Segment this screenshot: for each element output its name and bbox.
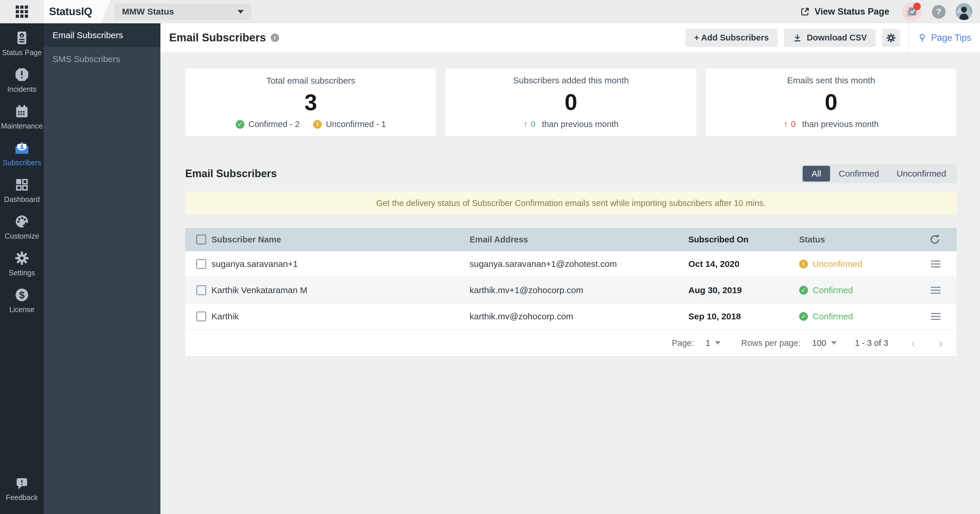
trend-delta: 0 bbox=[791, 119, 795, 129]
apps-grid-icon[interactable] bbox=[15, 5, 29, 18]
next-page-button[interactable]: › bbox=[938, 336, 943, 350]
secondary-sidebar: Email Subscribers SMS Subscribers bbox=[44, 23, 161, 514]
page-label: Page: bbox=[672, 338, 694, 348]
notifications-button[interactable] bbox=[902, 2, 921, 21]
select-all-checkbox[interactable] bbox=[196, 235, 206, 244]
trend-text: than previous month bbox=[542, 119, 619, 129]
subnav-item-label: SMS Subscribers bbox=[52, 54, 120, 64]
lightbulb-icon bbox=[918, 33, 927, 43]
subscribed-on-date: Sep 10, 2018 bbox=[688, 311, 799, 321]
sidebar-item-feedback[interactable]: Feedback bbox=[0, 476, 44, 502]
column-subscriber-name: Subscriber Name bbox=[212, 235, 469, 244]
subscriber-email: suganya.saravanan+1@zohotest.com bbox=[469, 259, 688, 269]
subnav-item-label: Email Subscribers bbox=[52, 30, 123, 40]
column-email-address: Email Address bbox=[469, 235, 688, 244]
page-select-value: 1 bbox=[706, 338, 710, 348]
unconfirmed-warning-icon bbox=[313, 120, 322, 129]
stat-value: 0 bbox=[825, 90, 837, 113]
chevron-down-icon bbox=[237, 10, 244, 14]
tab-confirmed[interactable]: Confirmed bbox=[830, 166, 888, 181]
subscribers-icon bbox=[14, 140, 29, 155]
page-tips-label: Page Tips bbox=[931, 33, 971, 43]
page-header: Email Subscribers i + Add Subscribers Do… bbox=[161, 23, 980, 52]
sidebar-item-incidents[interactable]: Incidents bbox=[0, 67, 44, 94]
subscriber-email: karthik.mv@zohocorp.com bbox=[469, 311, 688, 321]
sidebar-item-label: Feedback bbox=[6, 493, 38, 502]
feedback-bubble-icon bbox=[15, 476, 29, 490]
stats-cards: Total email subscribers 3 Confirmed - 2 … bbox=[185, 68, 957, 136]
help-button[interactable]: ? bbox=[932, 5, 946, 19]
tab-unconfirmed[interactable]: Unconfirmed bbox=[888, 166, 955, 181]
stat-value: 3 bbox=[304, 91, 317, 114]
status-page-icon bbox=[14, 30, 29, 46]
trend-indicator: ↑ 0 bbox=[783, 119, 795, 130]
refresh-icon[interactable] bbox=[929, 234, 940, 245]
sidebar-item-customize[interactable]: Customize bbox=[0, 214, 44, 240]
sidebar-item-license[interactable]: $ License bbox=[0, 287, 44, 314]
stat-value: 0 bbox=[565, 90, 577, 113]
row-actions-menu-icon[interactable] bbox=[931, 313, 940, 320]
user-avatar[interactable] bbox=[956, 3, 972, 20]
sidebar-item-maintenance[interactable]: Maintenance bbox=[0, 104, 44, 130]
sidebar-item-status-page[interactable]: Status Page bbox=[0, 30, 44, 57]
rows-per-page-select[interactable]: 100 bbox=[812, 338, 837, 348]
table-row[interactable]: Karthik Venkataraman M karthik.mv+1@zoho… bbox=[185, 278, 957, 304]
notification-badge bbox=[913, 3, 921, 10]
subnav-item-email-subscribers[interactable]: Email Subscribers bbox=[44, 23, 161, 47]
stat-title: Total email subscribers bbox=[266, 76, 355, 86]
row-actions-menu-icon[interactable] bbox=[931, 287, 940, 294]
svg-text:$: $ bbox=[19, 290, 25, 300]
stat-card-subscribers-added: Subscribers added this month 0 ↑ 0 than … bbox=[445, 68, 697, 136]
table-pagination: Page: 1 Rows per page: 100 1 - 3 of 3 ‹ … bbox=[185, 330, 957, 356]
brand-text: StatusIQ bbox=[49, 6, 92, 18]
subscriber-email: karthik.mv+1@zohocorp.com bbox=[469, 285, 688, 295]
sidebar-item-dashboard[interactable]: Dashboard bbox=[0, 177, 44, 204]
chevron-down-icon bbox=[715, 341, 721, 345]
table-row[interactable]: Karthik karthik.mv@zohocorp.com Sep 10, … bbox=[185, 304, 957, 330]
download-csv-button[interactable]: Download CSV bbox=[784, 29, 876, 47]
sidebar-item-settings[interactable]: Settings bbox=[0, 251, 44, 277]
maintenance-calendar-icon bbox=[14, 104, 29, 119]
row-checkbox[interactable] bbox=[196, 259, 206, 269]
stat-title: Subscribers added this month bbox=[513, 76, 629, 86]
row-checkbox[interactable] bbox=[196, 311, 206, 321]
customize-palette-icon bbox=[14, 214, 29, 229]
status-cell: Confirmed bbox=[799, 311, 913, 321]
page-title: Email Subscribers bbox=[169, 32, 266, 44]
status-page-selector-value: MMW Status bbox=[122, 7, 174, 17]
subscriber-settings-button[interactable] bbox=[882, 29, 900, 47]
page-select[interactable]: 1 bbox=[706, 338, 721, 348]
sidebar-item-label: Settings bbox=[9, 269, 35, 277]
chevron-down-icon bbox=[831, 341, 837, 345]
subnav-item-sms-subscribers[interactable]: SMS Subscribers bbox=[44, 47, 161, 71]
info-icon[interactable]: i bbox=[270, 33, 279, 42]
delivery-status-banner: Get the delivery status of Subscriber Co… bbox=[185, 192, 957, 215]
primary-sidebar: Status Page Incidents bbox=[0, 23, 44, 514]
add-subscribers-button[interactable]: + Add Subscribers bbox=[686, 29, 778, 47]
view-status-page-link[interactable]: View Status Page bbox=[800, 6, 889, 17]
previous-page-button[interactable]: ‹ bbox=[911, 336, 915, 350]
status-page-selector[interactable]: MMW Status bbox=[115, 3, 251, 20]
sidebar-item-label: License bbox=[10, 305, 34, 314]
sidebar-item-label: Customize bbox=[5, 232, 39, 240]
incidents-icon bbox=[14, 67, 29, 82]
pagination-range: 1 - 3 of 3 bbox=[855, 338, 888, 348]
subscriber-name: suganya.saravanan+1 bbox=[212, 259, 469, 269]
trend-up-arrow-icon: ↑ bbox=[523, 119, 528, 130]
subscribers-table: Subscriber Name Email Address Subscribed… bbox=[185, 228, 957, 356]
confirmed-check-icon bbox=[235, 120, 244, 129]
tab-all[interactable]: All bbox=[803, 166, 830, 181]
download-icon bbox=[793, 33, 802, 43]
stat-card-total-subscribers: Total email subscribers 3 Confirmed - 2 … bbox=[185, 68, 436, 136]
trend-text: than previous month bbox=[802, 119, 879, 129]
status-icon bbox=[799, 260, 808, 268]
row-actions-menu-icon[interactable] bbox=[931, 260, 940, 268]
sidebar-item-subscribers[interactable]: Subscribers bbox=[0, 140, 44, 167]
page-tips-link[interactable]: Page Tips bbox=[918, 33, 971, 43]
sidebar-item-label: Status Page bbox=[2, 48, 42, 57]
add-subscribers-label: + Add Subscribers bbox=[694, 33, 769, 43]
trend-up-arrow-icon: ↑ bbox=[783, 119, 788, 130]
row-checkbox[interactable] bbox=[196, 285, 206, 295]
table-row[interactable]: suganya.saravanan+1 suganya.saravanan+1@… bbox=[185, 251, 957, 278]
subscribed-on-date: Aug 30, 2019 bbox=[688, 285, 799, 295]
